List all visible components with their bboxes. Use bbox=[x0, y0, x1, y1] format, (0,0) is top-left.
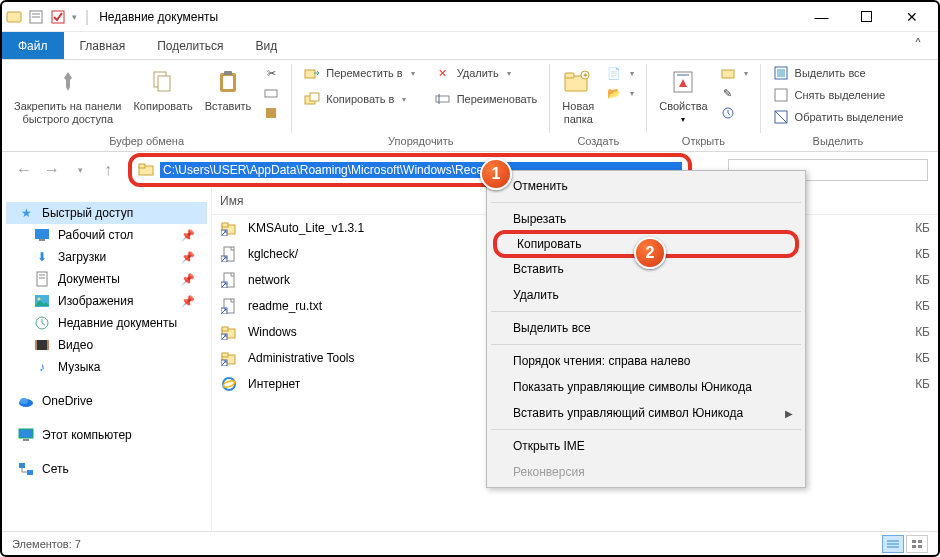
easy-access-icon: 📂 bbox=[606, 85, 622, 101]
sidebar-quick-access[interactable]: ★Быстрый доступ bbox=[6, 202, 207, 224]
ctx-divider bbox=[491, 202, 801, 203]
new-item-icon: 📄 bbox=[606, 65, 622, 81]
copy-to-button[interactable]: Копировать в▾ bbox=[300, 90, 418, 108]
paste-shortcut-button[interactable] bbox=[259, 104, 283, 122]
svg-rect-72 bbox=[918, 545, 922, 548]
sidebar-documents[interactable]: Документы📌 bbox=[6, 268, 207, 290]
move-to-button[interactable]: Переместить в▾ bbox=[300, 64, 418, 82]
new-folder-button[interactable]: ✦ Новая папка bbox=[556, 62, 600, 129]
svg-rect-11 bbox=[265, 90, 277, 97]
paste-button[interactable]: Вставить bbox=[199, 62, 258, 117]
svg-rect-12 bbox=[266, 108, 276, 118]
tab-file[interactable]: Файл bbox=[2, 32, 64, 59]
rename-icon bbox=[435, 91, 451, 107]
invert-selection-button[interactable]: Обратить выделение bbox=[769, 108, 908, 126]
rename-button[interactable]: Переименовать bbox=[431, 90, 542, 108]
sidebar-this-pc[interactable]: Этот компьютер bbox=[6, 424, 207, 446]
qat-checkbox-icon[interactable] bbox=[50, 9, 66, 25]
sidebar-network[interactable]: Сеть bbox=[6, 458, 207, 480]
view-details-button[interactable] bbox=[882, 535, 904, 553]
svg-rect-15 bbox=[310, 93, 319, 101]
view-large-icons-button[interactable] bbox=[906, 535, 928, 553]
history-dropdown[interactable]: ▾ bbox=[68, 158, 92, 182]
ctx-read-order[interactable]: Порядок чтения: справа налево bbox=[489, 348, 803, 374]
svg-rect-0 bbox=[7, 12, 21, 22]
easy-access-button[interactable]: 📂▾ bbox=[602, 84, 638, 102]
qat-properties-icon[interactable] bbox=[28, 9, 44, 25]
sidebar-videos[interactable]: Видео bbox=[6, 334, 207, 356]
svg-rect-41 bbox=[35, 340, 37, 350]
svg-rect-33 bbox=[39, 239, 45, 241]
svg-rect-71 bbox=[912, 545, 916, 548]
sidebar-desktop[interactable]: Рабочий стол📌 bbox=[6, 224, 207, 246]
window-controls: — ✕ bbox=[799, 2, 934, 32]
maximize-button[interactable] bbox=[844, 2, 889, 32]
context-menu: Отменить Вырезать Копировать Вставить Уд… bbox=[486, 170, 806, 488]
tab-view[interactable]: Вид bbox=[239, 32, 293, 59]
svg-rect-47 bbox=[19, 463, 25, 468]
delete-icon: ✕ bbox=[435, 65, 451, 81]
ctx-delete[interactable]: Удалить bbox=[489, 282, 803, 308]
ctx-insert-unicode[interactable]: Вставить управляющий символ Юникода▶ bbox=[489, 400, 803, 426]
properties-button[interactable]: Свойства ▾ bbox=[653, 62, 713, 128]
svg-point-44 bbox=[20, 398, 28, 404]
ctx-cut[interactable]: Вырезать bbox=[489, 206, 803, 232]
ctx-undo[interactable]: Отменить bbox=[489, 173, 803, 199]
svg-rect-45 bbox=[19, 429, 33, 438]
svg-rect-5 bbox=[862, 12, 872, 22]
copy-path-button[interactable] bbox=[259, 84, 283, 102]
ctx-show-unicode[interactable]: Показать управляющие символы Юникода bbox=[489, 374, 803, 400]
new-item-button[interactable]: 📄▾ bbox=[602, 64, 638, 82]
group-select: Выделить все Снять выделение Обратить вы… bbox=[761, 60, 916, 151]
ctx-open-ime[interactable]: Открыть IME bbox=[489, 433, 803, 459]
up-button[interactable]: ↑ bbox=[96, 158, 120, 182]
file-size: КБ bbox=[870, 273, 930, 287]
sidebar-pictures[interactable]: Изображения📌 bbox=[6, 290, 207, 312]
svg-rect-24 bbox=[722, 70, 734, 78]
svg-rect-13 bbox=[305, 70, 315, 78]
cut-small-button[interactable]: ✂ bbox=[259, 64, 283, 82]
svg-rect-40 bbox=[35, 340, 49, 350]
group-clipboard: Закрепить на панели быстрого доступа Коп… bbox=[2, 60, 291, 151]
svg-point-38 bbox=[38, 298, 41, 301]
qat-dropdown-icon[interactable]: ▾ bbox=[72, 12, 77, 22]
nav-sidebar: ★Быстрый доступ Рабочий стол📌 ⬇Загрузки📌… bbox=[2, 188, 212, 531]
file-type-icon bbox=[220, 219, 238, 237]
downloads-icon: ⬇ bbox=[34, 249, 50, 265]
pin-button[interactable]: Закрепить на панели быстрого доступа bbox=[8, 62, 127, 129]
history-button[interactable] bbox=[716, 104, 752, 122]
sidebar-downloads[interactable]: ⬇Загрузки📌 bbox=[6, 246, 207, 268]
minimize-button[interactable]: — bbox=[799, 2, 844, 32]
sidebar-music[interactable]: ♪Музыка bbox=[6, 356, 207, 378]
tab-home[interactable]: Главная bbox=[64, 32, 142, 59]
ctx-select-all[interactable]: Выделить все bbox=[489, 315, 803, 341]
window-title: Недавние документы bbox=[99, 10, 218, 24]
qat-separator: | bbox=[85, 8, 89, 26]
group-open: Свойства ▾ ▾ ✎ Открыть bbox=[647, 60, 759, 151]
sidebar-onedrive[interactable]: OneDrive bbox=[6, 390, 207, 412]
new-folder-icon: ✦ bbox=[562, 66, 594, 98]
back-button[interactable]: ← bbox=[12, 158, 36, 182]
open-button[interactable]: ▾ bbox=[716, 64, 752, 82]
select-none-button[interactable]: Снять выделение bbox=[769, 86, 908, 104]
copy-button[interactable]: Копировать bbox=[127, 62, 198, 117]
sidebar-recent[interactable]: Недавние документы bbox=[6, 312, 207, 334]
file-type-icon bbox=[220, 297, 238, 315]
edit-button[interactable]: ✎ bbox=[716, 84, 752, 102]
ctx-divider bbox=[491, 311, 801, 312]
delete-button[interactable]: ✕Удалить▾ bbox=[431, 64, 542, 82]
svg-rect-34 bbox=[37, 272, 47, 286]
select-all-button[interactable]: Выделить все bbox=[769, 64, 908, 82]
tab-share[interactable]: Поделиться bbox=[141, 32, 239, 59]
pin-icon: 📌 bbox=[181, 229, 195, 242]
pictures-icon bbox=[34, 293, 50, 309]
svg-rect-9 bbox=[223, 76, 233, 89]
close-button[interactable]: ✕ bbox=[889, 2, 934, 32]
forward-button[interactable]: → bbox=[40, 158, 64, 182]
status-item-count: Элементов: 7 bbox=[12, 538, 81, 550]
file-size: КБ bbox=[870, 351, 930, 365]
pin-icon: 📌 bbox=[181, 273, 195, 286]
file-type-icon bbox=[220, 245, 238, 263]
explorer-window: ▾ | Недавние документы — ✕ Файл Главная … bbox=[0, 0, 940, 557]
ribbon-expand-icon[interactable]: ˄ bbox=[898, 32, 938, 59]
